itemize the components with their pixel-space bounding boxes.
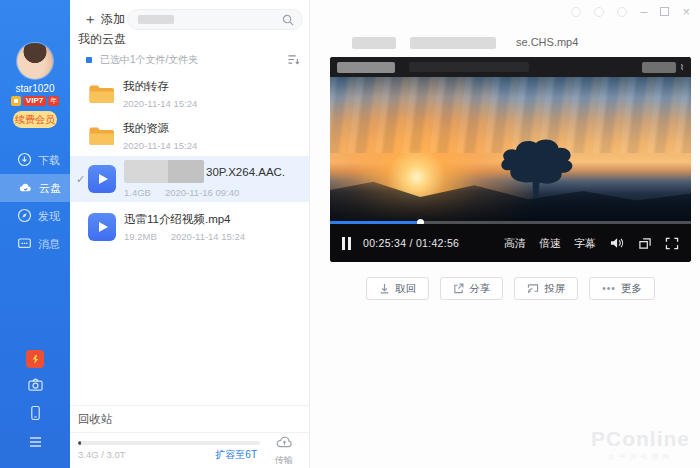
sidebar: star1020 VIP7 年 续费会员 下载 云盘 发现 消息 [0,0,70,468]
user-avatar[interactable] [17,43,53,79]
add-button-label: 添加 [101,11,125,28]
player-top-bar: ⌇ [330,57,691,77]
sidebar-item-messages[interactable]: 消息 [0,230,70,258]
preview-panel: – × se.CHS.mp4 ⌇ [310,0,700,468]
sidebar-item-label: 消息 [38,237,60,252]
censored-search-placeholder [138,15,174,24]
settings-icon[interactable] [594,7,604,17]
retrieve-button[interactable]: 取回 [366,277,429,300]
skin-icon[interactable] [571,7,581,17]
mobile-icon[interactable] [29,405,42,425]
action-label: 取回 [395,282,416,296]
fullscreen-icon[interactable] [665,237,679,250]
vip-badge-row[interactable]: VIP7 年 [0,96,70,106]
sidebar-item-download[interactable]: 下载 [0,146,70,174]
selection-indicator [86,57,92,63]
file-name-visible: 30P.X264.AAC. [206,166,285,178]
more-dots-icon: ••• [602,284,616,294]
file-name: 我的资源 [123,121,197,136]
action-label: 更多 [621,282,642,296]
transfer-cloud-icon [275,435,294,449]
expand-storage-link[interactable]: 扩容至6T [215,448,257,462]
video-filename: se.CHS.mp4 [516,36,578,48]
storage-used-text: 3.4G / 3.0T [78,449,126,460]
file-name: 我的转存 [123,79,197,94]
recycle-bin-label: 回收站 [78,412,113,427]
sidebar-item-label: 下载 [38,153,60,168]
sidebar-tools [0,350,70,452]
username: star1020 [0,83,70,94]
watermark-subtitle: 太平洋电脑网 [591,452,690,462]
storage-fill [78,441,81,445]
video-player[interactable]: ⌇ 00:25:34 / 01:42:56 高清 倍速 字幕 [330,57,691,262]
check-icon: ✓ [76,173,88,186]
vip-level-badge: VIP7 [23,96,46,106]
subtitles-button[interactable]: 字幕 [574,236,596,251]
censored-player-title [337,62,395,73]
file-row-video-intro[interactable]: 迅雷11介绍视频.mp4 19.2MB 2020-11-14 15:24 [70,204,309,250]
watermark: PConline 太平洋电脑网 [591,427,690,462]
search-icon [282,14,294,26]
file-size: 19.2MB [124,231,157,242]
download-circle-icon [17,152,32,169]
file-action-buttons: 取回 分享 投屏 ••• 更多 [330,277,691,300]
maximize-icon[interactable] [660,7,669,16]
more-button[interactable]: ••• 更多 [589,277,655,300]
transfer-button[interactable]: 传输 [270,435,298,467]
vip-year-tag: 年 [48,96,59,106]
file-panel: ＋ 添加 我的云盘 已选中1个文件/文件夹 我的转存 2020-11-14 15… [70,0,310,468]
sidebar-nav: 下载 云盘 发现 消息 [0,146,70,258]
video-thumbnail-play-icon [88,165,116,193]
file-date: 2020-11-14 15:24 [171,231,245,242]
hamburger-menu-icon[interactable] [28,434,43,452]
playback-speed-button[interactable]: 倍速 [539,236,561,251]
search-input[interactable] [127,9,303,30]
file-row-folder-resources[interactable]: 我的资源 2020-11-14 15:24 [70,114,309,158]
file-row-folder-transfers[interactable]: 我的转存 2020-11-14 15:24 [70,72,309,116]
section-title: 我的云盘 [78,31,126,48]
main-menu-icon[interactable] [617,7,627,17]
share-icon [453,283,464,294]
volume-icon[interactable] [609,236,625,250]
video-title-row: se.CHS.mp4 [310,36,700,50]
censored-filename-block [124,160,204,183]
watermark-brand: PConline [591,427,690,451]
video-frame-sunset [330,77,691,224]
sort-list-icon[interactable] [287,51,300,69]
sidebar-item-cloud[interactable]: 云盘 [0,174,70,202]
pause-button[interactable] [342,237,351,250]
add-button[interactable]: ＋ 添加 [83,8,125,30]
mini-window-icon[interactable] [638,237,652,250]
censored-player-badge [642,62,676,73]
download-arrow-icon [379,283,390,294]
action-label: 投屏 [544,282,565,296]
vip-crown-icon [11,96,21,106]
camera-icon[interactable] [27,377,44,396]
window-controls: – × [571,5,690,18]
renew-membership-button[interactable]: 续费会员 [13,111,57,128]
playback-time: 00:25:34 / 01:42:56 [363,237,459,249]
share-button[interactable]: 分享 [440,277,503,300]
hd-quality-button[interactable]: 高清 [504,236,526,251]
minimize-icon[interactable]: – [640,5,647,18]
message-icon [17,236,32,253]
cast-icon [527,283,539,294]
recycle-bin-row[interactable]: 回收站 [70,406,309,433]
close-icon[interactable]: × [682,5,690,18]
cast-screen-button[interactable]: 投屏 [514,277,578,300]
storage-progress-bar [78,441,260,445]
folder-icon [88,125,115,147]
censored-title-block [410,37,496,49]
selection-status-row: 已选中1个文件/文件夹 [70,51,309,69]
promo-live-icon[interactable] [26,350,44,368]
player-control-bar: 00:25:34 / 01:42:56 高清 倍速 字幕 [330,224,691,262]
cloud-icon [17,180,33,197]
action-label: 分享 [469,282,490,296]
selection-text: 已选中1个文件/文件夹 [100,53,198,67]
censored-title-block [352,37,396,49]
sidebar-item-discover[interactable]: 发现 [0,202,70,230]
sidebar-item-label: 云盘 [39,181,61,196]
file-row-video-selected[interactable]: ✓ 30P.X264.AAC. 1.4GB 2020-11-16 09:40 [70,156,309,202]
file-size: 1.4GB [124,187,151,198]
compass-icon [17,208,32,225]
